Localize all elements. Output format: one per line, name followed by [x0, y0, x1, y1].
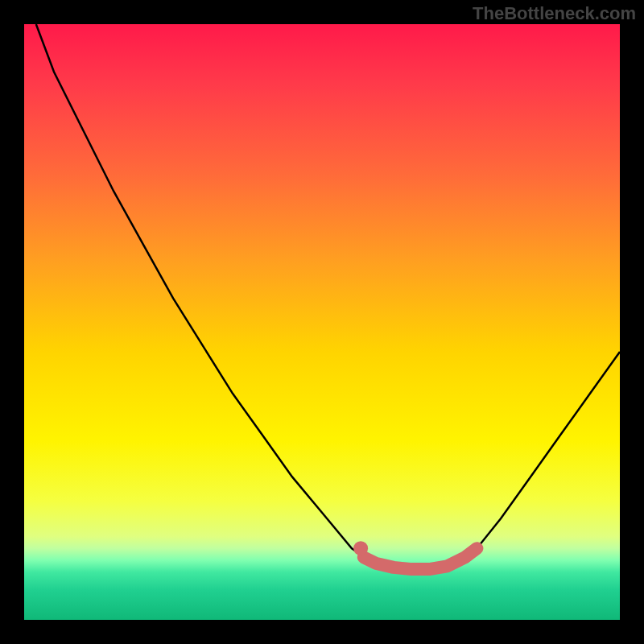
chart-container: TheBottleneck.com: [0, 0, 644, 644]
watermark-text: TheBottleneck.com: [473, 3, 636, 24]
highlight-dot: [353, 541, 368, 555]
chart-svg: [24, 24, 620, 620]
gradient-rect: [24, 24, 620, 620]
plot-area: [24, 24, 620, 620]
